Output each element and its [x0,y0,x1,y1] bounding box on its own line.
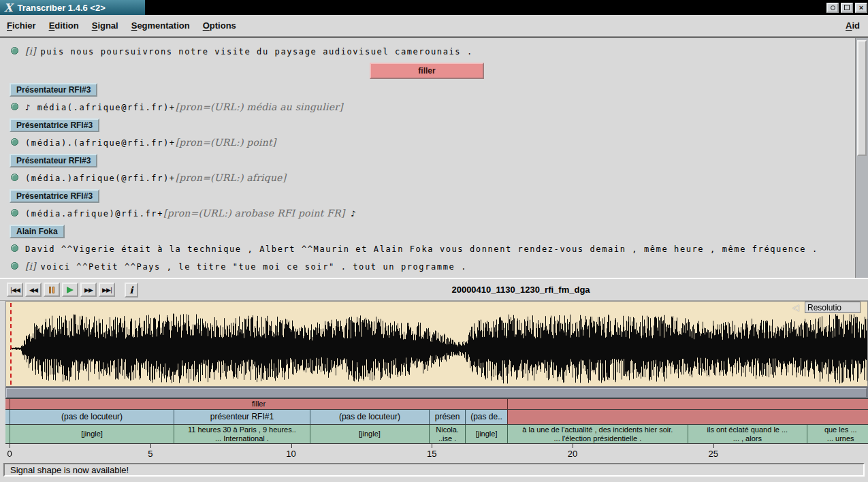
status-box: Signal shape is now available! [3,463,865,477]
waveform-canvas[interactable] [6,302,868,386]
transcript-words: (média).(afrique@rfi.fr)+ [25,138,176,148]
turn-cell[interactable]: présen [429,410,465,424]
segment-cell-label: 11 heures 30 à Paris , 9 heures.. [188,425,296,434]
scrollbar-thumb[interactable] [857,40,867,156]
pause-icon [52,287,54,293]
menu-item-fichier[interactable]: Fichier [7,20,36,31]
minimize-icon [831,5,835,10]
segment-bullet-icon[interactable] [11,244,18,252]
section-cell[interactable]: filler [10,399,507,409]
speaker-button[interactable]: Présentateur RFI#3 [10,83,97,97]
transport-pause-button[interactable] [44,283,60,297]
menu-items: FichierEditionSignalSegmentationOptions [7,20,236,31]
turn-cell[interactable]: (pas de.. [465,410,507,424]
editor-vertical-scrollbar[interactable] [855,38,868,278]
menu-item-segmentation[interactable]: Segmentation [131,20,190,31]
transport-rewind-button[interactable]: ◀◀ [25,283,42,297]
speaker-block: Présentatrice RFI#3 [10,189,855,203]
transcript-text: (média.afrique)@rfi.fr+[pron=(URL:) arob… [25,207,357,219]
segment-cell[interactable]: ils ont éclaté quand le ...... , alors [688,425,807,443]
go-end-icon: ▶▶| [102,287,112,293]
maximize-icon [844,5,850,10]
resolution-label[interactable]: Resolutio [805,302,861,313]
segment-cell[interactable]: [jingle] [310,425,429,443]
turn-cell[interactable]: présenteur RFI#1 [174,410,310,424]
transcript-text: (média).(afrique@rfi.fr)+[pron=(URL:) po… [25,136,276,148]
titlebar-stretch[interactable] [146,0,826,15]
menubar: FichierEditionSignalSegmentationOptions … [0,15,868,37]
waveform-panel: ◁ Resolutio [0,301,868,387]
titlebar[interactable]: X Transcriber 1.4.6 <2> × [0,0,868,15]
scrollbar-thumb[interactable] [6,388,867,398]
speaker-button[interactable]: Présentateur RFI#3 [10,154,97,167]
speaker-button[interactable]: Présentatrice RFI#3 [10,189,99,203]
time-tick [432,444,432,448]
speaker-block: Présentatrice RFI#3 [10,118,855,132]
segment-bullet-icon[interactable] [11,174,18,181]
status-message: Signal shape is now available! [10,465,129,475]
section-cell[interactable] [507,399,868,409]
segment-bullet-icon[interactable] [11,209,18,216]
speaker-button[interactable]: Présentatrice RFI#3 [10,118,99,132]
turn-cell-label: (pas de locuteur) [339,413,400,421]
pron-annotation: [pron=(URL:) afrique] [176,172,287,183]
segment-bullet-icon[interactable] [11,138,18,146]
section-cell-label: filler [252,400,266,408]
turn-cell[interactable] [507,410,868,424]
segment-cell-label: ils ont éclaté quand le ... [707,425,788,434]
time-tick-label: 15 [427,449,436,459]
menu-item-options[interactable]: Options [203,20,236,31]
filler-section-button[interactable]: filler [370,63,484,79]
transcript-editor[interactable]: [i]puis nous poursuivrons notre visite d… [0,38,855,278]
transport-go-end-button[interactable]: ▶▶| [99,283,115,297]
segment-cell[interactable]: [jingle] [10,425,174,443]
pane-resize-icon[interactable]: ◁ [792,302,799,312]
segment-cell[interactable]: [jingle] [465,425,507,443]
menu-label[interactable]: Aid [846,20,860,31]
transport-go-start-button[interactable]: |◀◀ [7,283,23,297]
segment-cell[interactable]: à la une de l'actualité , des incidents … [507,425,688,443]
transcript-words: David ^^Vigerie était à la technique , A… [25,244,818,254]
segment-cell[interactable]: que les ...... urnes [807,425,868,443]
segment-cell[interactable]: Nicola...ise . [429,425,465,443]
time-tick [150,444,151,448]
transcript-words: (média.)afrique(@rfi.fr)+ [25,174,176,183]
playback-cursor[interactable] [10,303,12,385]
time-tick [573,444,573,448]
segment-cell-label: ... urnes [827,434,854,443]
waveform-view[interactable]: ◁ Resolutio [5,301,868,387]
menu-item-signal[interactable]: Signal [92,20,118,31]
transcript-line: (média.)afrique(@rfi.fr)+[pron=(URL:) af… [11,172,855,184]
turn-cell-label: présen [435,413,460,421]
time-tick-label: 0 [7,449,12,459]
close-icon: × [859,4,863,12]
segment-bullet-icon[interactable] [11,47,18,54]
title-tab[interactable]: X Transcriber 1.4.6 <2> [0,0,146,15]
go-start-icon: |◀◀ [10,287,20,293]
segment-cell[interactable]: 11 heures 30 à Paris , 9 heures..... Int… [174,425,310,443]
segment-bullet-icon[interactable] [11,262,18,270]
audio-filename: 20000410_1130_1230_rfi_fm_dga [451,285,590,295]
pron-annotation: [pron=(URL:) média au singulier] [176,101,343,112]
transcript-line: David ^^Vigerie était à la technique , A… [11,242,855,255]
transport-forward-button[interactable]: ▶▶ [80,283,97,297]
segment-bullet-icon[interactable] [11,103,18,110]
transcript-words: voici ^^Petit ^^Pays , le titre "tue moi… [40,262,467,272]
menu-item-aide[interactable]: Aid [846,20,861,31]
signal-horizontal-scrollbar[interactable] [5,387,868,398]
transport-play-button[interactable] [62,283,78,297]
transcript-line: (média).(afrique@rfi.fr)+[pron=(URL:) po… [11,136,855,148]
speaker-button[interactable]: Alain Foka [10,225,65,238]
turn-cell[interactable]: (pas de locuteur) [310,410,429,424]
maximize-button[interactable] [841,3,853,13]
pause-icon [49,287,51,293]
cursor-info-button[interactable]: i [125,283,138,298]
transcript-text: ♪ média(.afrique@rfi.fr)+[pron=(URL:) mé… [25,101,343,113]
close-button[interactable]: × [855,3,867,13]
segment-cell-label: Nicola. [436,425,459,434]
menu-item-edition[interactable]: Edition [49,20,79,31]
filler-block: filler [5,63,855,79]
minimize-button[interactable] [826,3,839,13]
transcript-text: [i]puis nous poursuivrons notre visite d… [25,45,473,57]
turn-cell[interactable]: (pas de locuteur) [10,410,174,424]
